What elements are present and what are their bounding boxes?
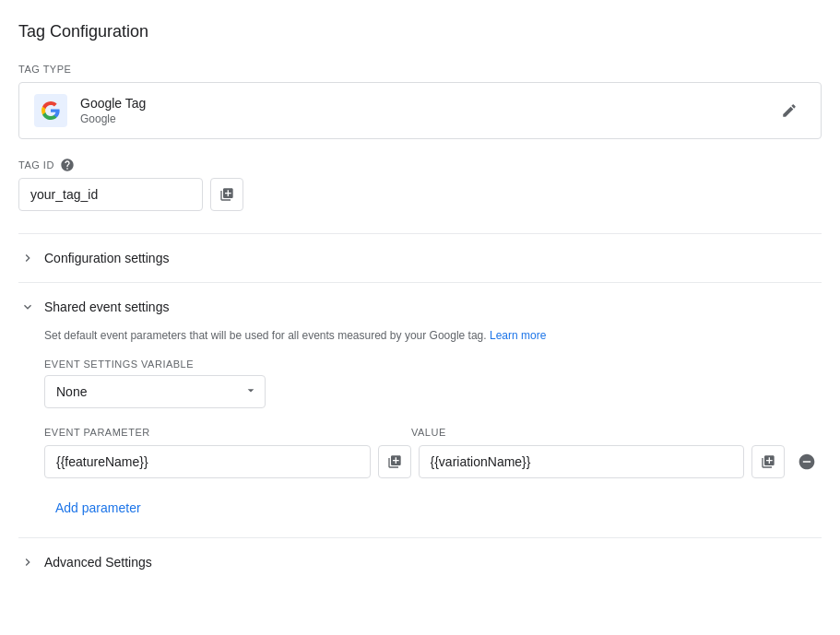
config-settings-title: Configuration settings (44, 251, 169, 265)
tag-provider: Google (80, 112, 773, 125)
edit-tag-button[interactable] (773, 94, 806, 127)
tag-id-label: Tag ID (18, 158, 822, 172)
tag-type-label: Tag Type (18, 64, 822, 75)
config-settings-header[interactable]: Configuration settings (18, 249, 822, 267)
tag-id-row (18, 178, 822, 211)
learn-more-link[interactable]: Learn more (490, 329, 546, 342)
google-tag-icon (34, 94, 67, 127)
event-parameter-input[interactable] (44, 445, 371, 478)
param-row (44, 445, 822, 478)
advanced-settings-header[interactable]: Advanced Settings (18, 553, 822, 571)
event-settings-variable-wrapper: None (44, 375, 266, 408)
event-parameter-variable-button[interactable] (378, 445, 411, 478)
page-container: Tag Configuration Tag Type Google Tag Go… (0, 0, 840, 608)
shared-event-title: Shared event settings (44, 300, 169, 314)
shared-event-description: Set default event parameters that will b… (44, 327, 822, 344)
event-settings-variable-container: Event Settings Variable None (44, 359, 822, 408)
event-parameter-col-label: Event Parameter (44, 427, 404, 438)
tag-id-help-icon[interactable] (60, 158, 75, 172)
remove-param-button[interactable] (792, 447, 822, 476)
shared-event-section: Shared event settings Set default event … (18, 282, 822, 537)
tag-id-variable-button[interactable] (210, 178, 243, 211)
event-parameters-section: Event Parameter Value (44, 427, 822, 478)
advanced-settings-title: Advanced Settings (44, 555, 152, 570)
shared-event-chevron-icon (18, 298, 37, 316)
tag-id-input[interactable] (18, 178, 203, 211)
event-settings-variable-select[interactable]: None (44, 375, 266, 408)
config-settings-chevron-icon (18, 249, 37, 267)
value-col-label: Value (411, 427, 822, 438)
shared-event-header[interactable]: Shared event settings (18, 298, 822, 316)
tag-type-card[interactable]: Google Tag Google (18, 82, 822, 139)
event-settings-variable-label: Event Settings Variable (44, 359, 822, 370)
tag-info: Google Tag Google (80, 96, 773, 125)
page-title: Tag Configuration (18, 22, 822, 41)
value-variable-button[interactable] (751, 445, 785, 478)
advanced-settings-chevron-icon (18, 553, 37, 571)
add-parameter-button[interactable]: Add parameter (44, 493, 152, 523)
params-header: Event Parameter Value (44, 427, 822, 438)
value-input[interactable] (419, 445, 745, 478)
config-settings-section: Configuration settings (18, 233, 822, 282)
advanced-settings-section: Advanced Settings (18, 537, 822, 586)
tag-name: Google Tag (80, 96, 773, 111)
